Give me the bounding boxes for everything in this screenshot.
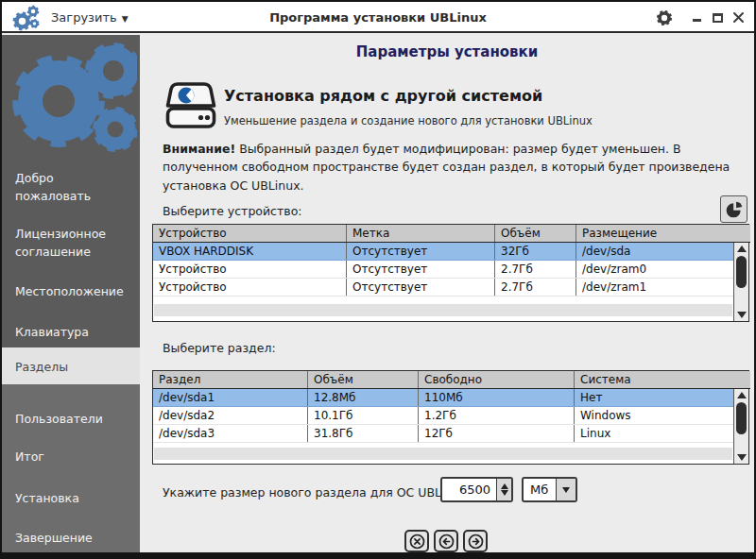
sidebar-item-summary[interactable]: Итог xyxy=(2,448,140,466)
titlebar: Загрузить▼ Программа установки UBLinux xyxy=(2,2,754,33)
settings-gear-button[interactable] xyxy=(656,9,673,26)
col-header[interactable]: Размещение xyxy=(576,225,750,242)
empty-row-stripe xyxy=(154,448,732,460)
arrow-left-circle-icon xyxy=(438,534,455,550)
window-title: Программа установки UBLinux xyxy=(144,2,612,33)
installer-window: Загрузить▼ Программа установки UBLinux xyxy=(0,0,756,559)
window-frame: Загрузить▼ Программа установки UBLinux xyxy=(2,2,754,552)
size-spinbox[interactable]: 6500 xyxy=(440,477,513,502)
col-header[interactable]: Система xyxy=(575,371,750,388)
option-title: Установка рядом с другой системой xyxy=(224,87,542,105)
cancel-circle-icon xyxy=(409,534,425,550)
warning-text: Внимание! Выбранный раздел будет модифиц… xyxy=(163,140,737,195)
partition-row[interactable]: /dev/sda3 31.8Гб 12Гб Linux xyxy=(153,425,735,443)
pie-chart-icon xyxy=(725,200,744,219)
chevron-down-icon: ▼ xyxy=(122,14,129,24)
chevron-down-icon xyxy=(562,487,570,493)
load-menu-label: Загрузить xyxy=(51,10,117,25)
unit-value: Мб xyxy=(524,479,556,500)
size-label: Укажите размер нового раздела для ОС UBL… xyxy=(163,485,471,500)
device-table-header: Устройство Метка Объём Размещение xyxy=(153,225,750,243)
sidebar-item-welcome[interactable]: Добро пожаловать xyxy=(2,169,140,205)
partition-row-selected[interactable]: /dev/sda1 12.8Мб 110Мб Нет xyxy=(153,389,735,407)
page-title: Параметры установки xyxy=(140,43,754,60)
gear-icon xyxy=(656,9,673,26)
unit-dropdown[interactable]: Мб xyxy=(522,477,577,502)
scroll-down-icon[interactable] xyxy=(737,312,747,318)
empty-row-stripe xyxy=(154,304,732,316)
sidebar-item-users[interactable]: Пользователи xyxy=(2,410,140,428)
partition-table-header: Раздел Объём Свободно Система xyxy=(153,371,750,389)
device-table-label: Выберите устройство: xyxy=(163,204,302,218)
sidebar-item-keyboard[interactable]: Клавиатура xyxy=(2,323,140,341)
load-menu-button[interactable]: Загрузить▼ xyxy=(51,2,129,33)
partition-table-label: Выберите раздел: xyxy=(163,341,276,355)
device-table-scrollbar[interactable] xyxy=(733,243,748,321)
wizard-nav-buttons xyxy=(404,530,488,552)
sidebar-steps: Добро пожаловать Лицензионное соглашение… xyxy=(2,35,140,552)
arrow-right-circle-icon xyxy=(468,534,484,550)
col-header[interactable]: Свободно xyxy=(419,371,575,388)
scrollbar-thumb[interactable] xyxy=(736,402,747,434)
scroll-up-icon[interactable] xyxy=(737,246,747,252)
hard-drive-icon xyxy=(165,81,216,130)
option-subtitle: Уменьшение раздела и создание нового для… xyxy=(224,114,593,127)
sidebar-item-install[interactable]: Установка xyxy=(2,489,140,507)
col-header[interactable]: Объём xyxy=(495,225,576,242)
partition-row[interactable]: /dev/sda2 10.1Гб 1.2Гб Windows xyxy=(153,407,735,425)
dropdown-arrow-button[interactable] xyxy=(556,479,576,500)
sidebar-item-license[interactable]: Лицензионное соглашение xyxy=(2,225,140,261)
app-logo-gears-icon xyxy=(11,5,40,31)
close-button[interactable] xyxy=(730,9,747,26)
back-button[interactable] xyxy=(434,530,458,552)
close-icon xyxy=(732,11,745,24)
partition-table: Раздел Объём Свободно Система /dev/sda1 … xyxy=(152,370,749,465)
next-button[interactable] xyxy=(463,530,488,552)
disk-usage-button[interactable] xyxy=(720,195,747,223)
scroll-down-icon[interactable] xyxy=(737,454,747,461)
sidebar-item-finish[interactable]: Завершение xyxy=(2,529,140,547)
maximize-button[interactable] xyxy=(709,9,726,26)
col-header[interactable]: Объём xyxy=(308,371,419,388)
sidebar-item-location[interactable]: Местоположение xyxy=(2,282,140,300)
minimize-button[interactable] xyxy=(688,9,705,26)
device-table: Устройство Метка Объём Размещение VBOX H… xyxy=(152,224,749,322)
device-row[interactable]: Устройство Отсутствует 2.7Гб /dev/zram0 xyxy=(153,261,735,279)
partition-table-scrollbar[interactable] xyxy=(733,389,748,464)
device-row[interactable]: Устройство Отсутствует 2.7Гб /dev/zram1 xyxy=(153,279,735,296)
col-header[interactable]: Устройство xyxy=(153,225,347,242)
warning-bold: Внимание! xyxy=(163,142,235,156)
size-value[interactable]: 6500 xyxy=(442,479,496,500)
cancel-button[interactable] xyxy=(404,530,429,552)
col-header[interactable]: Раздел xyxy=(153,371,308,388)
maximize-icon xyxy=(713,13,723,23)
spin-down-icon[interactable] xyxy=(501,490,508,496)
titlebar-controls xyxy=(652,2,747,33)
minimize-icon xyxy=(693,19,701,22)
device-row-selected[interactable]: VBOX HARDDISK Отсутствует 32Гб /dev/sda xyxy=(153,243,735,261)
main-content: Параметры установки Установка рядом с др… xyxy=(140,35,754,552)
scrollbar-thumb[interactable] xyxy=(736,256,747,288)
spin-up-icon[interactable] xyxy=(501,483,508,489)
spinbox-arrows[interactable] xyxy=(496,479,511,500)
scroll-up-icon[interactable] xyxy=(737,392,747,398)
sidebar-gears-icon xyxy=(9,42,137,154)
col-header[interactable]: Метка xyxy=(347,225,495,242)
sidebar-item-partitions[interactable]: Разделы xyxy=(2,347,140,384)
